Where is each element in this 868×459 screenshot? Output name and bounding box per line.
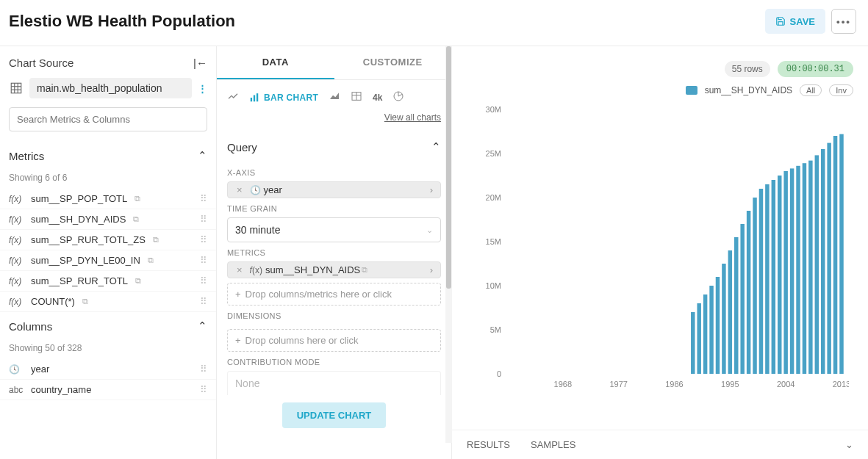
metric-name: COUNT(*) — [31, 296, 75, 307]
chevron-right-icon[interactable]: › — [427, 184, 436, 195]
metrics-field-label: METRICS — [217, 242, 451, 261]
svg-rect-28 — [709, 286, 713, 374]
save-button[interactable]: SAVE — [765, 9, 825, 34]
svg-text:2004: 2004 — [777, 380, 795, 388]
drag-handle-icon[interactable]: ⠿ — [200, 234, 207, 245]
drag-handle-icon[interactable]: ⠿ — [200, 193, 207, 204]
save-icon — [775, 16, 786, 26]
search-input[interactable] — [9, 107, 207, 131]
column-name: year — [31, 364, 49, 375]
svg-rect-31 — [728, 250, 732, 374]
linkout-icon: ⧉ — [82, 297, 88, 306]
metrics-header[interactable]: Metrics ⌃ — [0, 142, 216, 170]
svg-rect-38 — [772, 180, 775, 374]
time-grain-select[interactable]: 30 minute ⌄ — [227, 217, 441, 242]
mid-scrollbar[interactable] — [445, 46, 452, 443]
legend-swatch — [686, 86, 697, 95]
chevron-down-icon: ⌄ — [426, 225, 433, 235]
drag-handle-icon[interactable]: ⠿ — [200, 214, 207, 225]
svg-text:0: 0 — [497, 369, 501, 378]
metric-item[interactable]: f(x) sum__SP_POP_TOTL ⧉ ⠿ — [0, 189, 216, 209]
svg-rect-35 — [753, 198, 756, 374]
column-item[interactable]: 🕓 year ⠿ — [0, 359, 216, 380]
save-button-label: SAVE — [790, 16, 815, 27]
more-button[interactable]: ••• — [831, 9, 856, 34]
metrics-drop-zone[interactable]: + Drop columns/metrics here or click — [227, 283, 441, 306]
fx-icon: f(x) — [9, 256, 25, 266]
time-grain-label: TIME GRAIN — [217, 198, 451, 217]
area-chart-icon[interactable] — [329, 90, 340, 104]
dots-icon: ••• — [836, 16, 851, 27]
svg-rect-5 — [251, 98, 252, 101]
page-title: Elestio WB Health Population — [9, 12, 235, 31]
svg-text:5M: 5M — [490, 325, 501, 334]
drag-handle-icon[interactable]: ⠿ — [200, 364, 207, 375]
metric-item[interactable]: f(x) sum__SP_RUR_TOTL_ZS ⧉ ⠿ — [0, 230, 216, 250]
chevron-down-icon[interactable]: ⌄ — [845, 439, 853, 450]
rows-pill: 55 rows — [725, 61, 770, 77]
remove-metric-icon[interactable]: × — [232, 264, 247, 275]
drag-handle-icon[interactable]: ⠿ — [200, 255, 207, 266]
dimensions-drop-zone[interactable]: + Drop columns here or click — [227, 329, 441, 352]
svg-rect-33 — [740, 224, 744, 374]
metric-item[interactable]: f(x) sum__SH_DYN_AIDS ⧉ ⠿ — [0, 209, 216, 230]
view-all-charts-link[interactable]: View all charts — [384, 112, 441, 123]
svg-text:30M: 30M — [486, 105, 501, 114]
table-chart-icon[interactable] — [351, 90, 362, 104]
samples-tab[interactable]: SAMPLES — [531, 439, 575, 450]
contribution-select[interactable]: None — [227, 371, 441, 395]
time-pill: 00:00:00.31 — [778, 61, 853, 77]
chevron-right-icon[interactable]: › — [427, 264, 436, 275]
tab-customize[interactable]: CUSTOMIZE — [334, 46, 452, 79]
xaxis-pill[interactable]: × 🕓 year › — [227, 181, 441, 198]
drag-handle-icon[interactable]: ⠿ — [200, 296, 207, 307]
linkout-icon: ⧉ — [148, 256, 154, 265]
svg-rect-32 — [734, 237, 738, 374]
linkout-icon: ⧉ — [135, 276, 141, 286]
pie-chart-icon[interactable] — [392, 90, 404, 104]
dataset-more-icon[interactable]: ⋮ — [198, 83, 207, 94]
svg-text:15M: 15M — [486, 237, 501, 246]
big-number-icon[interactable]: 4k — [373, 93, 382, 103]
svg-rect-0 — [11, 83, 21, 93]
remove-xaxis-icon[interactable]: × — [232, 184, 247, 195]
column-item[interactable]: abc country_name ⠿ — [0, 380, 216, 400]
collapse-left-icon[interactable]: |← — [193, 57, 207, 69]
svg-rect-37 — [765, 184, 769, 374]
dataset-name[interactable]: main.wb_health_population — [29, 78, 192, 98]
clock-icon: 🕓 — [247, 185, 264, 195]
results-tab[interactable]: RESULTS — [467, 439, 510, 450]
svg-rect-27 — [703, 294, 707, 374]
metric-item[interactable]: f(x) sum__SP_RUR_TOTL ⧉ ⠿ — [0, 271, 216, 292]
columns-header[interactable]: Columns ⌃ — [0, 312, 216, 340]
contribution-value: None — [235, 377, 259, 389]
bar-chart-type[interactable]: BAR CHART — [249, 93, 318, 103]
column-name: country_name — [31, 384, 91, 395]
fx-icon: f(x) — [9, 235, 25, 245]
tab-data[interactable]: DATA — [217, 46, 334, 79]
update-chart-button[interactable]: UPDATE CHART — [282, 402, 387, 428]
metric-item[interactable]: f(x) sum__SP_DYN_LE00_IN ⧉ ⠿ — [0, 250, 216, 271]
line-chart-icon[interactable] — [227, 90, 239, 104]
drag-handle-icon[interactable]: ⠿ — [200, 275, 207, 286]
metric-pill[interactable]: × f(x) sum__SH_DYN_AIDS ⧉ › — [227, 261, 441, 278]
abc-icon: abc — [9, 385, 25, 395]
columns-header-label: Columns — [9, 320, 52, 333]
legend-all-button[interactable]: All — [800, 84, 822, 96]
svg-rect-45 — [815, 155, 819, 374]
legend-inv-button[interactable]: Inv — [829, 84, 853, 96]
metric-name: sum__SP_DYN_LE00_IN — [31, 255, 140, 266]
svg-rect-7 — [257, 93, 258, 101]
svg-text:1977: 1977 — [609, 380, 627, 388]
fx-icon: f(x) — [247, 265, 265, 275]
metric-name: sum__SP_RUR_TOTL_ZS — [31, 234, 146, 245]
fx-icon: f(x) — [9, 276, 25, 286]
metric-item[interactable]: f(x) COUNT(*) ⧉ ⠿ — [0, 292, 216, 312]
svg-rect-46 — [821, 149, 825, 374]
svg-text:25M: 25M — [486, 149, 501, 158]
chevron-up-icon: ⌃ — [431, 140, 441, 153]
query-header[interactable]: Query ⌃ — [217, 131, 451, 162]
metrics-showing: Showing 6 of 6 — [0, 170, 216, 189]
svg-rect-44 — [808, 161, 812, 374]
drag-handle-icon[interactable]: ⠿ — [200, 384, 207, 395]
